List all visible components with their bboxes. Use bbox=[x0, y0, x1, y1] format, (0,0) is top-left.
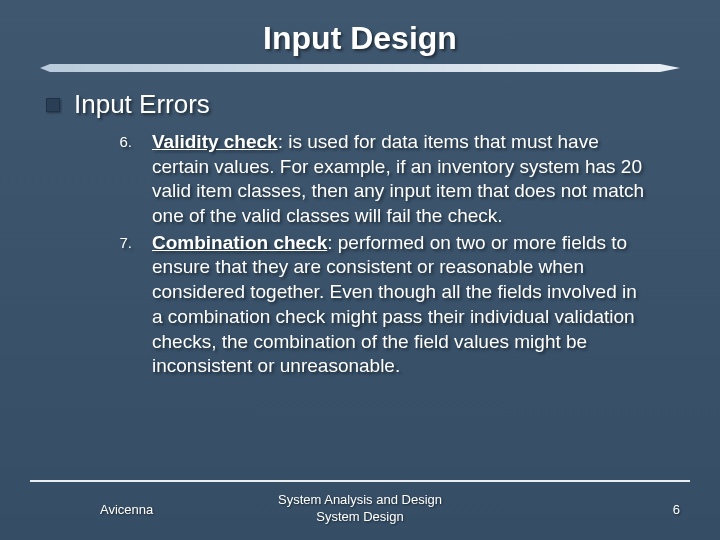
item-term: Combination check bbox=[152, 232, 327, 253]
footer-page-number: 6 bbox=[472, 502, 690, 517]
item-text: : performed on two or more fields to ens… bbox=[152, 232, 637, 376]
footer-course-line1: System Analysis and Design bbox=[248, 492, 472, 509]
footer-course: System Analysis and Design System Design bbox=[248, 492, 472, 526]
list-item: 6. Validity check: is used for data item… bbox=[112, 130, 650, 229]
footer: Avicenna System Analysis and Design Syst… bbox=[30, 480, 690, 540]
item-number: 7. bbox=[112, 231, 132, 379]
item-list: 6. Validity check: is used for data item… bbox=[112, 130, 650, 480]
bullet-square-icon bbox=[46, 98, 60, 112]
item-number: 6. bbox=[112, 130, 132, 229]
item-term: Validity check bbox=[152, 131, 278, 152]
footer-author: Avicenna bbox=[30, 502, 248, 517]
slide-title: Input Design bbox=[40, 20, 680, 57]
subtitle-row: Input Errors bbox=[46, 89, 680, 120]
slide: Input Design Input Errors 6. Validity ch… bbox=[0, 0, 720, 540]
svg-marker-0 bbox=[40, 64, 680, 72]
item-body: Validity check: is used for data items t… bbox=[152, 130, 650, 229]
footer-course-line2: System Design bbox=[248, 509, 472, 526]
list-item: 7. Combination check: performed on two o… bbox=[112, 231, 650, 379]
slide-subtitle: Input Errors bbox=[74, 89, 210, 120]
item-body: Combination check: performed on two or m… bbox=[152, 231, 650, 379]
title-underline-arrow bbox=[40, 63, 680, 73]
